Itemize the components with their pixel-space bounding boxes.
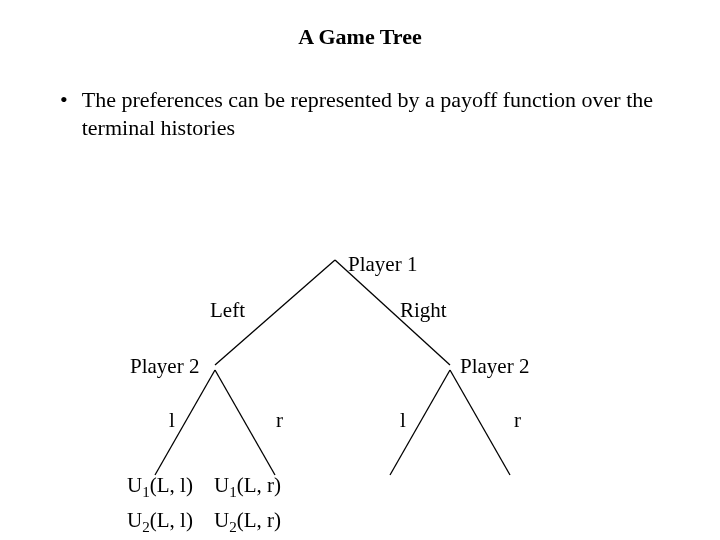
svg-line-3 <box>215 370 275 475</box>
right-player-label: Player 2 <box>460 354 529 379</box>
game-tree-diagram: Player 1 Left Right Player 2 Player 2 l … <box>0 230 720 530</box>
payoff-u2-Lr: U2(L, r) <box>214 508 281 533</box>
bullet-dot: • <box>60 86 68 141</box>
slide-title: A Game Tree <box>0 24 720 50</box>
svg-line-5 <box>450 370 510 475</box>
left-player-label: Player 2 <box>130 354 199 379</box>
svg-line-4 <box>390 370 450 475</box>
left-l-action: l <box>169 408 175 433</box>
payoff-u1-Ll: U1(L, l) <box>127 473 193 498</box>
bullet-area: • The preferences can be represented by … <box>60 86 670 141</box>
root-label: Player 1 <box>348 252 417 277</box>
svg-line-2 <box>155 370 215 475</box>
right-l-action: l <box>400 408 406 433</box>
right-branch-label: Right <box>400 298 447 323</box>
bullet-text: The preferences can be represented by a … <box>82 86 670 141</box>
payoff-u2-Ll: U2(L, l) <box>127 508 193 533</box>
left-r-action: r <box>276 408 283 433</box>
payoff-u1-Lr: U1(L, r) <box>214 473 281 498</box>
right-r-action: r <box>514 408 521 433</box>
bullet-row: • The preferences can be represented by … <box>60 86 670 141</box>
left-branch-label: Left <box>210 298 245 323</box>
